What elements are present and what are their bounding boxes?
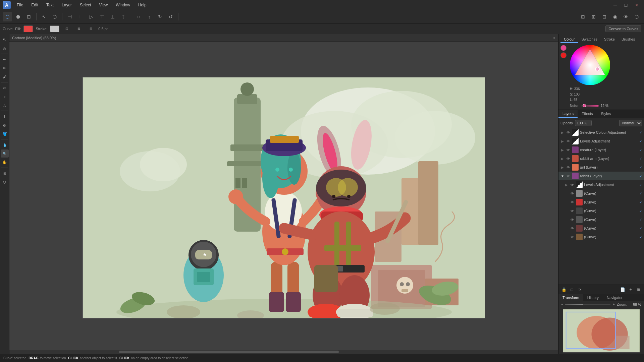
zoom-minus-btn[interactable]: − (561, 302, 563, 306)
layer-visibility-btn[interactable]: 👁 (570, 226, 575, 231)
layer-expand-btn[interactable]: ▼ (560, 174, 565, 178)
menu-edit[interactable]: Edit (28, 1, 42, 9)
color-mode-btn[interactable]: ◉ (610, 12, 620, 21)
swatch-red[interactable] (560, 52, 567, 58)
window-maximize[interactable]: □ (621, 0, 631, 10)
canvas-hscroll-thumb[interactable] (119, 351, 338, 353)
noise-slider-thumb[interactable] (583, 104, 586, 107)
grid-btn[interactable]: ⊞ (589, 12, 598, 21)
rotate-cw[interactable]: ↻ (155, 12, 165, 21)
layer-visibility-btn[interactable]: 👁 (566, 156, 571, 161)
brush-tool[interactable]: 🖌 (1, 73, 9, 81)
align-bottom[interactable]: ⇧ (119, 12, 128, 21)
hand-tool[interactable]: ✋ (1, 158, 9, 166)
pen-tool[interactable]: ✒ (1, 55, 9, 63)
fill-swatch[interactable] (23, 25, 33, 32)
stroke-swatch[interactable] (50, 25, 59, 32)
layer-lock-btn[interactable]: 🔒 (560, 286, 567, 293)
layer-expand-btn[interactable]: ▶ (560, 165, 565, 169)
align-center-h[interactable]: ⊢ (76, 12, 85, 21)
tab-colour[interactable]: Colour (560, 36, 578, 43)
layer-visibility-btn[interactable]: 👁 (566, 130, 571, 135)
fill-tool[interactable]: 🪣 (1, 130, 9, 138)
layer-expand-btn[interactable]: ▶ (560, 130, 565, 134)
layer-item[interactable]: ▶ 👁 Levels Adjustment ✓ (558, 180, 644, 189)
noise-slider[interactable] (581, 105, 599, 107)
tab-effects[interactable]: Effects (578, 110, 597, 118)
stroke-align-center[interactable]: ⊠ (74, 24, 84, 34)
zoom-slider-track[interactable] (565, 304, 610, 305)
node-tool[interactable]: ◎ (1, 44, 9, 52)
pointer-tool[interactable]: ↖ (1, 36, 9, 44)
layers-list[interactable]: ▶ 👁 Selective Colour Adjustment ✓ ▶ 👁 Le… (558, 128, 644, 285)
shape-triangle-tool[interactable]: △ (1, 101, 9, 109)
menu-text[interactable]: Text (43, 1, 57, 9)
shape-ellipse-tool[interactable]: ○ (1, 93, 9, 101)
canvas-container[interactable]: ★ (9, 42, 558, 354)
tab-history[interactable]: History (583, 294, 603, 301)
tab-styles[interactable]: Styles (597, 110, 615, 118)
opacity-input[interactable] (575, 120, 592, 126)
layer-visibility-btn[interactable]: 👁 (566, 165, 571, 170)
layer-visibility-btn[interactable]: 👁 (570, 217, 575, 222)
layer-item[interactable]: ▶ 👁 Levels Adjustment ✓ (558, 137, 644, 145)
layer-item[interactable]: ▶ 👁 creature (Layer) ✓ (558, 145, 644, 154)
flip-h[interactable]: ↔ (134, 12, 143, 21)
shape-rect-tool[interactable]: ▭ (1, 84, 9, 92)
swatch-pink[interactable] (560, 45, 567, 51)
align-top[interactable]: ⊤ (97, 12, 107, 21)
layer-expand-btn[interactable]: ▶ (560, 157, 565, 161)
layer-group-btn[interactable]: ＋ (627, 286, 634, 293)
layer-expand-btn[interactable]: ▶ (565, 183, 569, 187)
layer-item[interactable]: ▶ 👁 (Curve) ✓ (558, 198, 644, 206)
layer-item[interactable]: ▶ 👁 (Curve) ✓ (558, 233, 644, 241)
layer-visibility-btn[interactable]: 👁 (566, 174, 571, 178)
menu-layer[interactable]: Layer (58, 1, 75, 9)
canvas-close-btn[interactable]: × (553, 36, 555, 40)
layer-mask-btn[interactable]: □ (569, 286, 575, 293)
layer-item[interactable]: ▶ 👁 (Curve) ✓ (558, 189, 644, 198)
layer-fx-btn[interactable]: fx (577, 286, 583, 293)
window-minimize[interactable]: ─ (610, 0, 620, 10)
layer-item[interactable]: ▶ 👁 (Curve) ✓ (558, 215, 644, 224)
tab-brushes[interactable]: Brushes (618, 36, 638, 43)
crop-tool[interactable]: ⊞ (1, 169, 9, 177)
layer-item[interactable]: ▶ 👁 rabbit arm (Layer) ✓ (558, 154, 644, 163)
layer-visibility-btn[interactable]: 👁 (570, 208, 575, 213)
blend-mode-select[interactable]: Normal Multiply Screen Overlay (619, 120, 642, 126)
pencil-tool[interactable]: ✏ (1, 64, 9, 72)
layer-item[interactable]: ▶ 👁 girl (Layer) ✓ (558, 163, 644, 172)
layer-visibility-btn[interactable]: 👁 (566, 139, 571, 143)
align-right[interactable]: ▷ (87, 12, 96, 21)
view-btn[interactable]: 👁 (621, 12, 631, 21)
layer-visibility-btn[interactable]: 👁 (570, 235, 575, 239)
move-tool-tb[interactable]: ↖ (39, 12, 49, 21)
layer-item[interactable]: ▶ 👁 Selective Colour Adjustment ✓ (558, 128, 644, 137)
stroke-align-inside[interactable]: ⊡ (62, 24, 71, 34)
flip-v[interactable]: ↕ (145, 12, 154, 21)
rotate-ccw[interactable]: ↺ (166, 12, 175, 21)
gradient-tool[interactable]: ◐ (1, 121, 9, 129)
layer-item[interactable]: ▶ 👁 (Curve) ✓ (558, 206, 644, 215)
node-tool-tb[interactable]: ⬡ (50, 12, 59, 21)
menu-help[interactable]: Help (135, 1, 150, 9)
layer-expand-btn[interactable]: ▶ (560, 139, 565, 143)
canvas-h-scrollbar[interactable] (9, 350, 558, 354)
color-wheel-wrapper[interactable] (570, 45, 610, 85)
export-btn[interactable]: ⬡ (632, 12, 641, 21)
text-tool[interactable]: T (1, 112, 9, 120)
symbol-tool[interactable]: ⬡ (1, 178, 9, 186)
layer-item[interactable]: ▶ 👁 (Curve) ✓ (558, 224, 644, 233)
layer-visibility-btn[interactable]: 👁 (566, 147, 571, 152)
menu-file[interactable]: File (13, 1, 26, 9)
menu-view[interactable]: View (96, 1, 111, 9)
align-left[interactable]: ⊣ (65, 12, 74, 21)
tab-navigator[interactable]: Navigator (603, 294, 627, 301)
layer-expand-btn[interactable]: ▶ (560, 148, 565, 152)
tab-layers[interactable]: Layers (558, 110, 578, 118)
persona-pixel[interactable]: ⬣ (13, 12, 23, 21)
layer-visibility-btn[interactable]: 👁 (570, 182, 575, 187)
layer-delete-btn[interactable]: 🗑 (635, 286, 642, 293)
zoom-plus-btn[interactable]: + (612, 302, 614, 306)
navigator-preview[interactable] (563, 309, 640, 353)
